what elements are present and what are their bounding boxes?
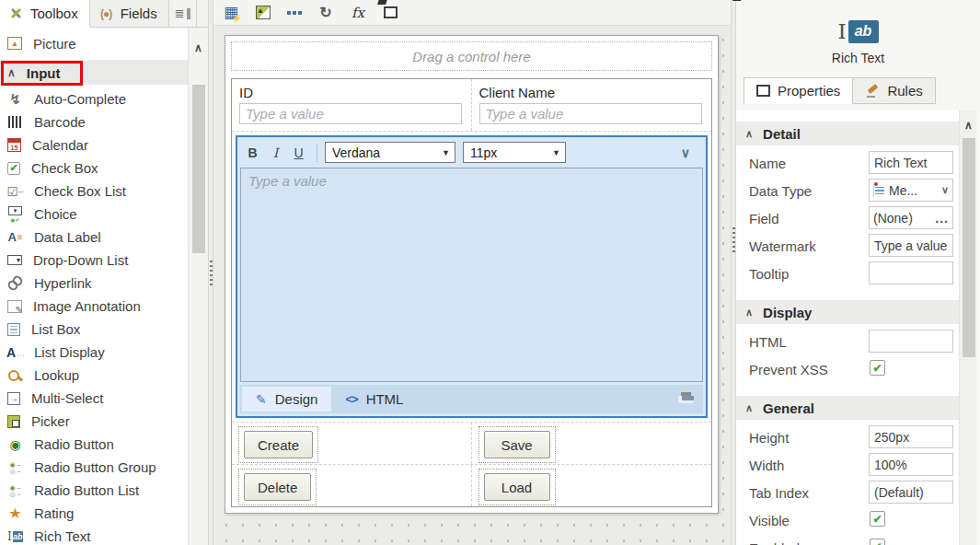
hyperlink-icon: [4, 272, 26, 294]
watermark-input[interactable]: [869, 234, 953, 257]
field-label: Client Name: [479, 85, 703, 103]
toolbox-item-check-box[interactable]: Check Box: [0, 157, 188, 180]
tab-toolbox[interactable]: Toolbox: [0, 0, 90, 28]
tag-icon[interactable]: [384, 6, 398, 18]
toolbox-scrollbar[interactable]: ∧: [188, 28, 208, 545]
toolbox-item-list-display[interactable]: List Display: [0, 341, 188, 364]
toolbox-item-list-box[interactable]: List Box: [0, 318, 188, 341]
divider: [317, 144, 317, 162]
bold-button[interactable]: B: [242, 143, 263, 163]
toolbox-item-radio-button-group[interactable]: Radio Button Group: [0, 456, 188, 479]
toolbox-item-drop-down-list[interactable]: Drop-Down List: [0, 249, 188, 272]
toolbox-item-rich-text[interactable]: Rich Text: [0, 525, 188, 545]
tab-fields[interactable]: (●) Fields: [90, 0, 169, 27]
tab-rules[interactable]: Rules: [853, 77, 935, 104]
selection-outline: Load: [478, 469, 556, 505]
collapse-panel-button[interactable]: ≣: [169, 0, 197, 27]
property-row-html: HTML: [736, 328, 959, 355]
tab-toolbox-label: Toolbox: [30, 6, 78, 21]
italic-button[interactable]: I: [265, 143, 286, 163]
toolbox-item-lookup[interactable]: Lookup: [0, 364, 188, 387]
ellipsis-button[interactable]: ...: [935, 211, 949, 226]
theme-icon[interactable]: [256, 6, 271, 19]
delete-button[interactable]: Delete: [244, 473, 311, 501]
underline-button[interactable]: U: [288, 143, 309, 163]
rich-text-control[interactable]: B I U Verdana ▼ 11px ▼: [236, 135, 708, 418]
field-picker[interactable]: (None) ...: [869, 206, 953, 229]
auto-complete-icon: ↯: [7, 91, 23, 107]
toolbox-item-rating[interactable]: Rating: [0, 502, 188, 525]
id-input[interactable]: [239, 103, 462, 124]
scroll-up-icon[interactable]: ∧: [189, 37, 208, 59]
chevron-up-icon: ∧: [745, 307, 753, 319]
rating-icon: [7, 505, 23, 521]
rich-text-icon: [7, 528, 23, 544]
toolbox-item-calendar[interactable]: 15Calendar: [0, 133, 188, 157]
rich-text-toolbar: B I U Verdana ▼ 11px ▼: [237, 137, 706, 168]
field-cell-id[interactable]: ID: [232, 79, 472, 131]
tab-index-input[interactable]: [869, 481, 953, 504]
toolbox-item-choice[interactable]: Choice: [0, 203, 188, 226]
design-canvas[interactable]: Drag a control here ID Client Name: [213, 26, 731, 545]
create-button[interactable]: Create: [244, 431, 313, 458]
image-annotation-icon: [7, 300, 22, 313]
tab-html[interactable]: HTML: [331, 387, 417, 412]
enabled-checkbox[interactable]: [870, 539, 885, 545]
property-row-height: Height: [736, 423, 959, 451]
font-size-select[interactable]: 11px ▼: [463, 142, 566, 163]
toolbox-item-list: Picture ∧ Input ↯Auto-Complete Barcode 1…: [0, 28, 188, 545]
toolbox-item-check-box-list[interactable]: Check Box List: [0, 180, 188, 203]
toolbox-item-hyperlink[interactable]: Hyperlink: [0, 272, 188, 295]
drag-drop-zone[interactable]: Drag a control here: [231, 41, 712, 71]
rich-text-edit-area[interactable]: Type a value: [240, 168, 703, 382]
save-button[interactable]: Save: [484, 431, 550, 458]
property-row-width: Width: [736, 451, 959, 479]
expression-icon[interactable]: fx: [349, 4, 367, 22]
section-header-general[interactable]: ∧ General: [736, 396, 959, 420]
toolbox-item-data-label[interactable]: Data Label: [0, 226, 188, 249]
scroll-up-icon[interactable]: ∧: [960, 114, 977, 136]
regenerate-icon[interactable]: [317, 4, 335, 22]
properties-tab-bar: Properties Rules: [736, 77, 980, 104]
scrollbar-thumb[interactable]: [963, 138, 975, 357]
section-header-detail[interactable]: ∧ Detail: [736, 122, 959, 145]
tab-fields-label: Fields: [121, 6, 157, 21]
toolbox-item-multi-select[interactable]: Multi-Select: [0, 387, 188, 410]
layout-table-icon[interactable]: [222, 4, 240, 22]
print-icon[interactable]: [678, 392, 694, 406]
prevent-xss-checkbox[interactable]: [870, 360, 885, 376]
load-button[interactable]: Load: [484, 473, 550, 501]
radio-button-group-icon: [7, 459, 23, 475]
toolbox-item-radio-button[interactable]: Radio Button: [0, 433, 188, 456]
input-section-header[interactable]: ∧ Input: [0, 61, 188, 85]
gavel-icon: [865, 85, 880, 98]
width-input[interactable]: [869, 453, 953, 476]
toolbox-item-barcode[interactable]: Barcode: [0, 110, 188, 133]
canvas-toolbar: fx: [213, 0, 731, 26]
toolbox-item-radio-button-list[interactable]: Radio Button List: [0, 479, 188, 502]
toolbox-item-image-annotation[interactable]: Image Annotation: [0, 295, 188, 318]
name-input[interactable]: [869, 151, 953, 174]
section-header-display[interactable]: ∧ Display: [736, 300, 959, 324]
html-input[interactable]: [869, 330, 953, 353]
rich-text-view-tabs: Design HTML: [240, 385, 703, 413]
data-type-dropdown[interactable]: Me... ∨: [869, 179, 953, 202]
height-input[interactable]: [869, 425, 953, 448]
field-cell-client-name[interactable]: Client Name: [472, 79, 712, 131]
visible-checkbox[interactable]: [870, 511, 885, 527]
calendar-icon: 15: [7, 138, 21, 152]
properties-scrollbar[interactable]: ∧: [959, 110, 977, 545]
toolbox-item-picker[interactable]: Picker: [0, 410, 188, 433]
font-family-select[interactable]: Verdana ▼: [325, 142, 455, 163]
more-options-icon[interactable]: [286, 4, 303, 22]
tooltip-input[interactable]: [869, 261, 953, 284]
tab-properties[interactable]: Properties: [744, 77, 853, 104]
tab-design[interactable]: Design: [242, 387, 331, 412]
button-cell: Create: [232, 423, 472, 464]
client-name-input[interactable]: [479, 103, 703, 124]
toolbox-item-picture[interactable]: Picture: [0, 31, 188, 55]
expand-toolbar-icon[interactable]: ∨: [681, 145, 690, 160]
toolbox-item-auto-complete[interactable]: ↯Auto-Complete: [0, 87, 188, 110]
scrollbar-thumb[interactable]: [192, 85, 205, 253]
check-box-list-icon: [7, 183, 23, 199]
